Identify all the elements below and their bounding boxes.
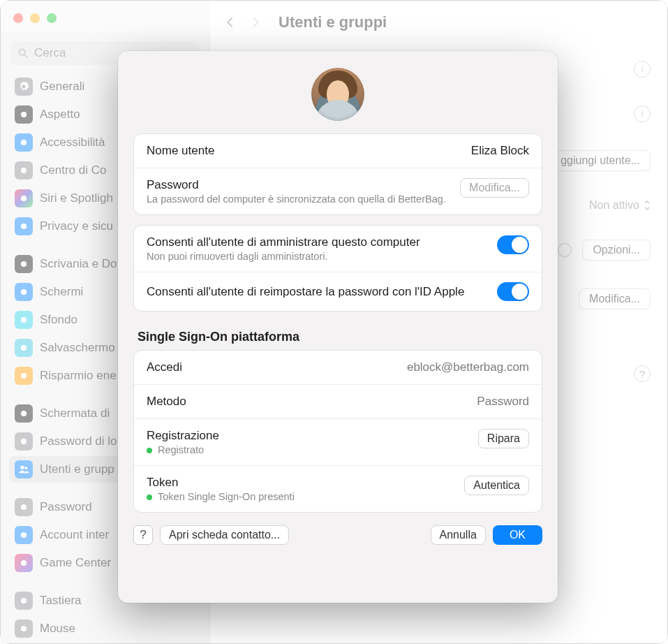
- admin-label: Consenti all'utente di amministrare ques…: [147, 235, 487, 249]
- token-label: Token: [147, 476, 454, 490]
- token-status: Token Single Sign-On presenti: [158, 491, 295, 502]
- username-label: Nome utente: [147, 144, 461, 158]
- user-detail-sheet: Nome utente Eliza Block Password La pass…: [118, 51, 558, 603]
- open-contact-card-button[interactable]: Apri scheda contatto...: [160, 525, 289, 545]
- method-value: Password: [477, 395, 529, 409]
- registration-row: Registrazione Registrato Ripara: [134, 418, 542, 465]
- registration-label: Registrazione: [147, 429, 468, 443]
- permissions-card: Consenti all'utente di amministrare ques…: [133, 225, 542, 312]
- repair-button[interactable]: Ripara: [478, 429, 529, 448]
- password-subtext: La password del computer è sincronizzata…: [147, 193, 450, 205]
- admin-toggle[interactable]: [497, 235, 529, 254]
- sso-section-title: Single Sign-On piattaforma: [138, 330, 541, 344]
- admin-subtext: Non puoi rimuoverti dagli amministratori…: [147, 251, 487, 262]
- method-row: Metodo Password: [134, 384, 542, 418]
- registration-status: Registrato: [158, 444, 204, 455]
- signin-label: Accedi: [147, 360, 397, 374]
- settings-window: GeneraliAspettoAccessibilitàCentro di Co…: [0, 0, 668, 644]
- signin-value: eblock@betterbag.com: [407, 360, 529, 374]
- admin-row: Consenti all'utente di amministrare ques…: [134, 226, 542, 272]
- username-value: Eliza Block: [471, 144, 529, 158]
- token-row: Token Token Single Sign-On presenti Aute…: [134, 465, 542, 512]
- username-row: Nome utente Eliza Block: [134, 134, 542, 168]
- authenticate-button[interactable]: Autentica: [464, 476, 529, 495]
- user-avatar[interactable]: [311, 68, 364, 121]
- appleid-reset-label: Consenti all'utente di reimpostare la pa…: [147, 285, 487, 299]
- appleid-reset-toggle[interactable]: [497, 282, 529, 301]
- identity-card: Nome utente Eliza Block Password La pass…: [133, 133, 542, 215]
- ok-button[interactable]: OK: [493, 525, 542, 545]
- status-dot-icon: [147, 448, 152, 453]
- cancel-button[interactable]: Annulla: [431, 525, 486, 545]
- password-label: Password: [147, 178, 450, 192]
- sheet-footer: ? Apri scheda contatto... Annulla OK: [133, 525, 542, 545]
- status-dot-icon: [147, 495, 152, 500]
- help-button[interactable]: ?: [133, 525, 153, 545]
- change-password-button[interactable]: Modifica...: [460, 178, 529, 198]
- sso-card: Accedi eblock@betterbag.com Metodo Passw…: [133, 350, 542, 513]
- signin-row: Accedi eblock@betterbag.com: [134, 351, 542, 384]
- password-row: Password La password del computer è sinc…: [134, 168, 542, 214]
- appleid-reset-row: Consenti all'utente di reimpostare la pa…: [134, 272, 542, 311]
- method-label: Metodo: [147, 395, 467, 409]
